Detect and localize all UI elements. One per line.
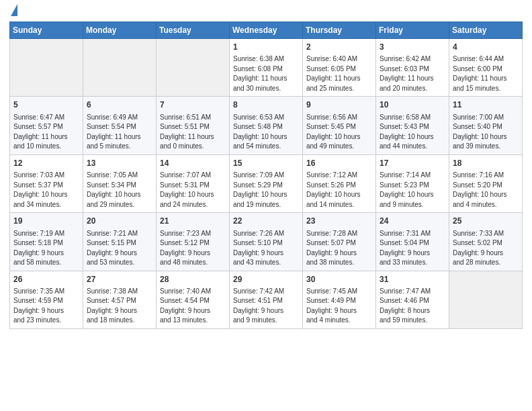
calendar-cell: 26Sunrise: 7:35 AMSunset: 4:59 PMDayligh…: [10, 271, 83, 328]
day-number: 4: [453, 42, 519, 53]
day-info: Sunrise: 7:26 AMSunset: 5:10 PMDaylight:…: [233, 230, 284, 267]
calendar-cell: 23Sunrise: 7:28 AMSunset: 5:07 PMDayligh…: [303, 213, 376, 271]
day-number: 12: [13, 158, 79, 169]
calendar-cell: 8Sunrise: 6:53 AMSunset: 5:48 PMDaylight…: [230, 97, 303, 154]
day-number: 21: [160, 216, 226, 227]
calendar-cell: 7Sunrise: 6:51 AMSunset: 5:51 PMDaylight…: [157, 97, 230, 154]
calendar-cell: 5Sunrise: 6:47 AMSunset: 5:57 PMDaylight…: [10, 97, 83, 154]
day-info: Sunrise: 7:33 AMSunset: 5:02 PMDaylight:…: [453, 230, 504, 267]
day-number: 30: [306, 274, 372, 285]
calendar-cell: 14Sunrise: 7:07 AMSunset: 5:31 PMDayligh…: [157, 154, 230, 212]
day-info: Sunrise: 7:12 AMSunset: 5:26 PMDaylight:…: [306, 171, 361, 208]
day-info: Sunrise: 7:28 AMSunset: 5:07 PMDaylight:…: [306, 230, 357, 267]
day-info: Sunrise: 6:47 AMSunset: 5:57 PMDaylight:…: [13, 113, 68, 150]
day-number: 1: [233, 42, 299, 53]
day-number: 31: [380, 274, 445, 285]
day-number: 28: [160, 274, 226, 285]
calendar-cell: 22Sunrise: 7:26 AMSunset: 5:10 PMDayligh…: [230, 213, 303, 271]
calendar-cell: 2Sunrise: 6:40 AMSunset: 6:05 PMDaylight…: [303, 39, 376, 97]
calendar-cell: 11Sunrise: 7:00 AMSunset: 5:40 PMDayligh…: [449, 97, 523, 154]
day-info: Sunrise: 7:23 AMSunset: 5:12 PMDaylight:…: [160, 230, 211, 267]
day-info: Sunrise: 7:35 AMSunset: 4:59 PMDaylight:…: [13, 287, 64, 324]
day-number: 8: [233, 99, 299, 111]
calendar-cell: 25Sunrise: 7:33 AMSunset: 5:02 PMDayligh…: [449, 213, 523, 271]
week-row-3: 19Sunrise: 7:19 AMSunset: 5:18 PMDayligh…: [10, 213, 523, 271]
weekday-header-saturday: Saturday: [449, 22, 523, 39]
calendar-cell: 9Sunrise: 6:56 AMSunset: 5:45 PMDaylight…: [303, 97, 376, 154]
calendar-cell: 12Sunrise: 7:03 AMSunset: 5:37 PMDayligh…: [10, 154, 83, 212]
weekday-header-sunday: Sunday: [10, 22, 83, 39]
weekday-header-wednesday: Wednesday: [230, 22, 303, 39]
day-info: Sunrise: 6:53 AMSunset: 5:48 PMDaylight:…: [233, 113, 287, 150]
day-info: Sunrise: 7:31 AMSunset: 5:04 PMDaylight:…: [380, 230, 431, 267]
calendar-cell: 28Sunrise: 7:40 AMSunset: 4:54 PMDayligh…: [157, 271, 230, 328]
day-info: Sunrise: 7:42 AMSunset: 4:51 PMDaylight:…: [233, 287, 284, 324]
calendar-cell: 4Sunrise: 6:44 AMSunset: 6:00 PMDaylight…: [449, 39, 523, 97]
day-number: 29: [233, 274, 299, 285]
day-number: 17: [380, 158, 445, 169]
calendar-cell: 21Sunrise: 7:23 AMSunset: 5:12 PMDayligh…: [157, 213, 230, 271]
weekday-header-friday: Friday: [376, 22, 449, 39]
day-info: Sunrise: 7:45 AMSunset: 4:49 PMDaylight:…: [306, 287, 357, 324]
day-info: Sunrise: 7:05 AMSunset: 5:34 PMDaylight:…: [87, 171, 141, 208]
calendar-cell: 31Sunrise: 7:47 AMSunset: 4:46 PMDayligh…: [376, 271, 449, 328]
day-number: 27: [87, 274, 152, 285]
header: [9, 7, 523, 16]
week-row-2: 12Sunrise: 7:03 AMSunset: 5:37 PMDayligh…: [10, 154, 523, 212]
day-info: Sunrise: 6:40 AMSunset: 6:05 PMDaylight:…: [306, 55, 361, 92]
weekday-header-monday: Monday: [83, 22, 157, 39]
calendar-cell: 6Sunrise: 6:49 AMSunset: 5:54 PMDaylight…: [83, 97, 157, 154]
calendar-cell: [83, 39, 157, 97]
day-number: 11: [453, 99, 519, 111]
calendar-cell: 10Sunrise: 6:58 AMSunset: 5:43 PMDayligh…: [376, 97, 449, 154]
calendar-cell: [157, 39, 230, 97]
logo-triangle-icon: [11, 4, 17, 16]
week-row-0: 1Sunrise: 6:38 AMSunset: 6:08 PMDaylight…: [10, 39, 523, 97]
weekday-header-thursday: Thursday: [303, 22, 376, 39]
day-info: Sunrise: 7:07 AMSunset: 5:31 PMDaylight:…: [160, 171, 214, 208]
day-info: Sunrise: 7:16 AMSunset: 5:20 PMDaylight:…: [453, 171, 507, 208]
calendar-table: SundayMondayTuesdayWednesdayThursdayFrid…: [9, 21, 523, 329]
calendar-cell: 1Sunrise: 6:38 AMSunset: 6:08 PMDaylight…: [230, 39, 303, 97]
calendar-cell: 16Sunrise: 7:12 AMSunset: 5:26 PMDayligh…: [303, 154, 376, 212]
calendar-cell: 3Sunrise: 6:42 AMSunset: 6:03 PMDaylight…: [376, 39, 449, 97]
calendar-cell: 13Sunrise: 7:05 AMSunset: 5:34 PMDayligh…: [83, 154, 157, 212]
day-info: Sunrise: 7:21 AMSunset: 5:15 PMDaylight:…: [87, 230, 138, 267]
logo: [9, 7, 17, 16]
day-number: 22: [233, 216, 299, 227]
day-number: 20: [87, 216, 152, 227]
day-number: 9: [306, 99, 372, 111]
day-info: Sunrise: 7:14 AMSunset: 5:23 PMDaylight:…: [380, 171, 434, 208]
day-number: 16: [306, 158, 372, 169]
day-info: Sunrise: 6:51 AMSunset: 5:51 PMDaylight:…: [160, 113, 214, 150]
day-info: Sunrise: 7:19 AMSunset: 5:18 PMDaylight:…: [13, 230, 64, 267]
day-number: 25: [453, 216, 519, 227]
day-info: Sunrise: 6:58 AMSunset: 5:43 PMDaylight:…: [380, 113, 434, 150]
day-number: 24: [380, 216, 445, 227]
day-number: 18: [453, 158, 519, 169]
calendar-container: SundayMondayTuesdayWednesdayThursdayFrid…: [0, 0, 532, 336]
calendar-cell: 27Sunrise: 7:38 AMSunset: 4:57 PMDayligh…: [83, 271, 157, 328]
weekday-header-row: SundayMondayTuesdayWednesdayThursdayFrid…: [10, 22, 523, 39]
day-number: 26: [13, 274, 79, 285]
calendar-cell: 19Sunrise: 7:19 AMSunset: 5:18 PMDayligh…: [10, 213, 83, 271]
calendar-cell: 17Sunrise: 7:14 AMSunset: 5:23 PMDayligh…: [376, 154, 449, 212]
day-number: 7: [160, 99, 226, 111]
day-number: 10: [380, 99, 445, 111]
calendar-cell: [10, 39, 83, 97]
day-number: 19: [13, 216, 79, 227]
day-number: 23: [306, 216, 372, 227]
day-info: Sunrise: 7:03 AMSunset: 5:37 PMDaylight:…: [13, 171, 68, 208]
calendar-cell: 20Sunrise: 7:21 AMSunset: 5:15 PMDayligh…: [83, 213, 157, 271]
calendar-cell: [449, 271, 523, 328]
week-row-1: 5Sunrise: 6:47 AMSunset: 5:57 PMDaylight…: [10, 97, 523, 154]
day-number: 2: [306, 42, 372, 53]
day-info: Sunrise: 6:49 AMSunset: 5:54 PMDaylight:…: [87, 113, 141, 150]
day-info: Sunrise: 7:40 AMSunset: 4:54 PMDaylight:…: [160, 287, 211, 324]
day-info: Sunrise: 6:42 AMSunset: 6:03 PMDaylight:…: [380, 55, 434, 92]
calendar-cell: 24Sunrise: 7:31 AMSunset: 5:04 PMDayligh…: [376, 213, 449, 271]
day-number: 14: [160, 158, 226, 169]
day-info: Sunrise: 7:38 AMSunset: 4:57 PMDaylight:…: [87, 287, 138, 324]
week-row-4: 26Sunrise: 7:35 AMSunset: 4:59 PMDayligh…: [10, 271, 523, 328]
calendar-cell: 30Sunrise: 7:45 AMSunset: 4:49 PMDayligh…: [303, 271, 376, 328]
